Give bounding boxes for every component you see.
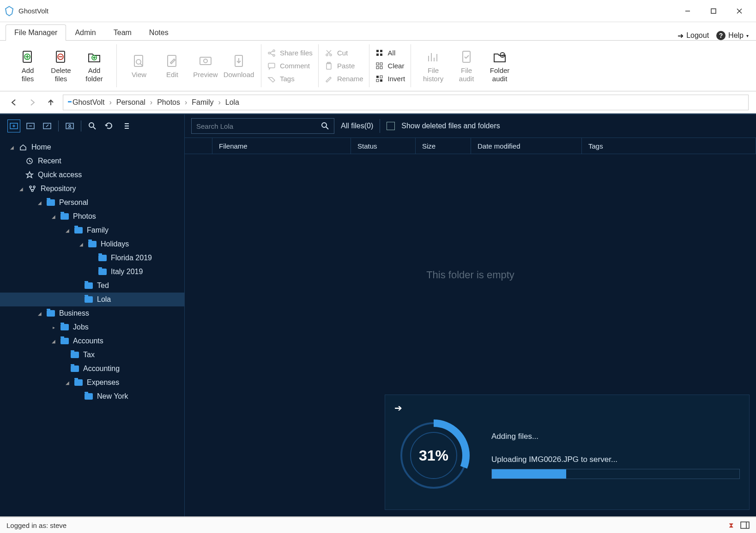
tree-italy[interactable]: Italy 2019 bbox=[0, 265, 184, 279]
col-date[interactable]: Date modified bbox=[471, 138, 582, 154]
breadcrumb-item[interactable]: Photos bbox=[157, 98, 180, 107]
select-invert-button[interactable]: Invert bbox=[375, 74, 405, 84]
col-filename[interactable]: Filename bbox=[212, 138, 351, 154]
tree-repository[interactable]: ◢Repository bbox=[0, 182, 184, 196]
nav-forward-button[interactable] bbox=[26, 96, 39, 109]
svg-point-19 bbox=[204, 59, 207, 63]
tree-recent[interactable]: Recent bbox=[0, 154, 184, 168]
paste-icon bbox=[324, 61, 333, 71]
tags-button[interactable]: Tags bbox=[267, 74, 313, 84]
status-user: Logged in as: steve bbox=[6, 521, 67, 529]
window-minimize-button[interactable] bbox=[675, 2, 701, 20]
add-files-button[interactable]: Add files bbox=[11, 44, 44, 87]
breadcrumb[interactable]: GhostVolt› Personal› Photos› Family› Lol… bbox=[63, 95, 749, 110]
tab-team[interactable]: Team bbox=[105, 24, 140, 41]
rename-button[interactable]: Rename bbox=[324, 74, 363, 84]
download-button[interactable]: Download bbox=[222, 44, 255, 87]
tab-notes[interactable]: Notes bbox=[140, 24, 177, 41]
svg-rect-44 bbox=[376, 79, 379, 82]
breadcrumb-item[interactable]: Personal bbox=[116, 98, 145, 107]
arrow-right-icon[interactable]: ➔ bbox=[394, 402, 740, 413]
file-audit-button[interactable]: File audit bbox=[450, 44, 483, 87]
tree-holidays[interactable]: ◢Holidays bbox=[0, 237, 184, 251]
tree-home[interactable]: ◢Home bbox=[0, 140, 184, 154]
cut-button[interactable]: Cut bbox=[324, 48, 363, 58]
breadcrumb-item[interactable]: GhostVolt bbox=[73, 98, 104, 107]
file-history-button[interactable]: File history bbox=[417, 44, 450, 87]
sidebar-refresh-button[interactable] bbox=[103, 120, 115, 132]
select-clear-icon bbox=[375, 61, 384, 71]
show-deleted-checkbox[interactable] bbox=[387, 122, 395, 130]
sidebar-list-button[interactable] bbox=[119, 120, 132, 132]
nav-up-button[interactable] bbox=[44, 96, 57, 109]
workspace: ◢Home Recent Quick access ◢Repository ◢P… bbox=[0, 114, 756, 516]
select-clear-button[interactable]: Clear bbox=[375, 61, 405, 71]
breadcrumb-item[interactable]: Family bbox=[192, 98, 213, 107]
search-box[interactable] bbox=[191, 118, 334, 134]
tree-expenses[interactable]: ◢Expenses bbox=[0, 376, 184, 389]
help-button[interactable]: ? Help ▾ bbox=[716, 31, 749, 40]
col-tags[interactable]: Tags bbox=[582, 138, 756, 154]
progress-panel: ➔ 31% Adding files... Uploading IMG0026.… bbox=[385, 395, 750, 510]
empty-folder-message: This folder is empty bbox=[426, 269, 514, 281]
show-deleted-label[interactable]: Show deleted files and folders bbox=[401, 122, 500, 130]
svg-rect-34 bbox=[376, 50, 379, 52]
window-close-button[interactable] bbox=[726, 2, 752, 20]
tab-admin[interactable]: Admin bbox=[66, 24, 104, 41]
progress-ring: 31% bbox=[394, 416, 473, 495]
file-panel-toolbar: All files(0) Show deleted files and fold… bbox=[185, 114, 756, 138]
tree-florida[interactable]: Florida 2019 bbox=[0, 251, 184, 265]
breadcrumb-item[interactable]: Lola bbox=[225, 98, 239, 107]
tree-family[interactable]: ◢Family bbox=[0, 223, 184, 237]
delete-files-button[interactable]: Delete files bbox=[44, 44, 78, 87]
view-button[interactable]: View bbox=[122, 44, 156, 87]
svg-rect-45 bbox=[380, 79, 382, 82]
col-status[interactable]: Status bbox=[351, 138, 416, 154]
tree-accounting[interactable]: Accounting bbox=[0, 362, 184, 376]
folder-audit-button[interactable]: Folder audit bbox=[483, 44, 516, 87]
sidebar-user-button[interactable] bbox=[63, 120, 76, 132]
all-files-label[interactable]: All files(0) bbox=[341, 122, 373, 130]
sidebar-edit-button[interactable] bbox=[41, 120, 54, 132]
sidebar-remove-button[interactable] bbox=[24, 120, 37, 132]
tree-ted[interactable]: Ted bbox=[0, 279, 184, 293]
window-maximize-button[interactable] bbox=[701, 2, 726, 20]
tree-photos[interactable]: ◢Photos bbox=[0, 210, 184, 223]
folder-icon bbox=[85, 296, 93, 303]
svg-rect-41 bbox=[380, 66, 382, 69]
tree-newyork[interactable]: New York bbox=[0, 389, 184, 403]
tree-lola[interactable]: Lola bbox=[0, 293, 184, 306]
tree-business[interactable]: ◢Business bbox=[0, 306, 184, 320]
tab-file-manager[interactable]: File Manager bbox=[6, 24, 66, 41]
folder-icon bbox=[47, 310, 55, 317]
add-folder-button[interactable]: Add folder bbox=[78, 44, 111, 87]
paste-button[interactable]: Paste bbox=[324, 61, 363, 71]
col-icon[interactable] bbox=[185, 138, 212, 154]
logout-button[interactable]: ➜ Logout bbox=[677, 31, 709, 40]
nav-back-button[interactable] bbox=[7, 96, 20, 109]
clock-icon bbox=[25, 157, 34, 165]
col-size[interactable]: Size bbox=[416, 138, 471, 154]
svg-rect-37 bbox=[380, 54, 382, 56]
tree-accounts[interactable]: ◢Accounts bbox=[0, 334, 184, 348]
delete-files-icon bbox=[53, 49, 69, 65]
panel-toggle-icon[interactable] bbox=[740, 521, 750, 529]
edit-button[interactable]: Edit bbox=[156, 44, 189, 87]
breadcrumb-bar: GhostVolt› Personal› Photos› Family› Lol… bbox=[0, 91, 756, 114]
sidebar-search-button[interactable] bbox=[86, 120, 99, 132]
tree-quick-access[interactable]: Quick access bbox=[0, 168, 184, 182]
search-input[interactable] bbox=[196, 122, 321, 130]
comment-button[interactable]: Comment bbox=[267, 61, 313, 71]
tree-jobs[interactable]: ▸Jobs bbox=[0, 320, 184, 334]
sidebar-add-button[interactable] bbox=[7, 120, 20, 132]
search-icon[interactable] bbox=[321, 122, 329, 130]
preview-button[interactable]: Preview bbox=[189, 44, 222, 87]
ribbon-toolbar: Add files Delete files Add folder View E… bbox=[0, 41, 756, 91]
svg-rect-39 bbox=[380, 63, 382, 65]
hourglass-icon: ⧗ bbox=[729, 521, 734, 529]
select-all-button[interactable]: All bbox=[375, 48, 405, 58]
tree-personal[interactable]: ◢Personal bbox=[0, 196, 184, 210]
tree-tax[interactable]: Tax bbox=[0, 348, 184, 362]
folder-tree: ◢Home Recent Quick access ◢Repository ◢P… bbox=[0, 138, 184, 516]
share-files-button[interactable]: Share files bbox=[267, 48, 313, 58]
